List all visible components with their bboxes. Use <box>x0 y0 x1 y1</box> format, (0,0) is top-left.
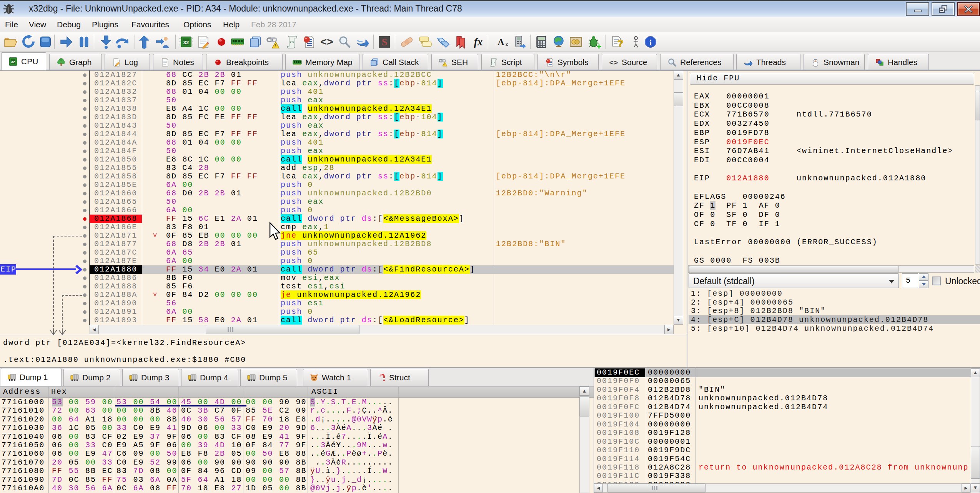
svg-text:<>: <> <box>320 37 333 48</box>
svg-text:32: 32 <box>183 40 189 45</box>
svg-text:<>: <> <box>491 61 495 64</box>
svg-text:32: 32 <box>11 60 15 64</box>
svg-text:i: i <box>649 38 652 47</box>
svg-text:A: A <box>497 37 504 47</box>
svg-text:<>: <> <box>289 40 294 45</box>
svg-text:fx: fx <box>474 36 483 48</box>
svg-text:?: ? <box>617 38 624 49</box>
svg-text:!: ! <box>274 43 277 49</box>
svg-text:!: ! <box>444 63 446 66</box>
svg-text:<>: <> <box>609 59 618 67</box>
svg-text:z: z <box>506 41 508 47</box>
svg-text:?: ? <box>635 36 637 40</box>
svg-text:S: S <box>382 37 387 48</box>
